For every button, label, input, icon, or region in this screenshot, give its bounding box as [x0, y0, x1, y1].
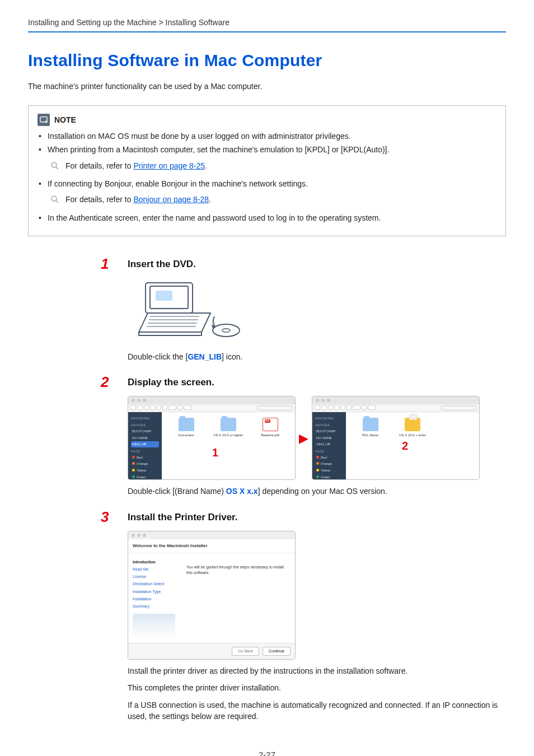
sidebar-tag[interactable]: Red — [315, 455, 343, 461]
note-item: When printing from a Macintosh computer,… — [38, 144, 495, 155]
installer-step-readme: Read Me — [133, 567, 175, 572]
sidebar-tag[interactable]: Green — [315, 474, 343, 480]
note-list: If connecting by Bonjour, enable Bonjour… — [38, 178, 495, 189]
sidebar-devices: DEVICES — [131, 423, 159, 428]
ref-suffix: . — [209, 195, 211, 204]
sidebar-item-bootcamp[interactable]: BOOTCAMP — [131, 428, 159, 435]
sidebar-item-noname[interactable]: NO NAME — [315, 435, 343, 441]
file-document[interactable]: Document — [171, 418, 202, 476]
installer-sidebar: Introduction Read Me License Destination… — [128, 553, 180, 643]
magnifier-icon — [50, 161, 60, 171]
reference-text: For details, refer to Printer on page 8-… — [65, 160, 207, 171]
finder-sidebar: FAVORITES DEVICES BOOTCAMP NO NAME GEN_L… — [312, 412, 346, 479]
sidebar-tag[interactable]: Green — [131, 474, 159, 480]
note-list: In the Authenticate screen, enter the na… — [38, 212, 495, 223]
file-readme-pdf[interactable]: Readme.pdf — [255, 418, 285, 476]
step-number: 2 — [101, 375, 116, 389]
installer-main: You will be guided through the steps nec… — [180, 553, 295, 643]
header-rule — [28, 31, 506, 32]
ref-suffix: . — [205, 161, 207, 170]
step-number: 1 — [101, 256, 116, 271]
sidebar-item-genlib[interactable]: GEN_LIB — [131, 441, 159, 447]
sidebar-favorites: FAVORITES — [315, 416, 343, 421]
callout-1: 1 — [212, 445, 218, 461]
ref-prefix: For details, refer to — [65, 195, 133, 204]
finder-toolbar — [128, 404, 295, 412]
finder-window-2: FAVORITES DEVICES BOOTCAMP NO NAME GEN_L… — [312, 396, 480, 480]
sidebar-item-genlib[interactable]: GEN_LIB — [315, 441, 343, 447]
step-2-instruction: Double-click [(Brand Name) OS X x.x] dep… — [128, 486, 506, 497]
printer-link[interactable]: Printer on page 8-25 — [133, 161, 205, 170]
note-label: NOTE — [54, 114, 76, 125]
step-3-body: Welcome to the Macintosh Installer Intro… — [128, 531, 506, 722]
go-back-button[interactable]: Go Back — [232, 647, 259, 656]
sidebar-tags-head: TAGS — [315, 449, 343, 454]
installer-titlebar — [128, 531, 295, 539]
intro-text: The machine's printer functionality can … — [28, 81, 506, 92]
instr-prefix: Double-click [(Brand Name) — [128, 487, 226, 496]
note-box: NOTE Installation on MAC OS must be done… — [28, 105, 506, 236]
finder-toolbar — [312, 404, 479, 412]
step-1-body: Double-click the [GEN_LIB] icon. — [128, 278, 506, 362]
svg-point-1 — [45, 120, 48, 123]
search-input[interactable] — [441, 405, 477, 410]
finder-content: PDL Setup OS X 10.5 + build 2 — [346, 412, 479, 479]
sidebar-item-bootcamp[interactable]: BOOTCAMP — [315, 428, 343, 435]
svg-rect-6 — [156, 291, 172, 301]
finder-content: Document OS X 10.5 or higher Readme.pdf … — [162, 412, 295, 479]
note-icon — [38, 114, 50, 126]
bonjour-link[interactable]: Bonjour on page 8-28 — [133, 195, 209, 204]
sidebar-tag[interactable]: Orange — [131, 461, 159, 467]
note-heading: NOTE — [38, 114, 495, 126]
step-2-header: 2 Display the screen. — [101, 375, 506, 390]
step-1-header: 1 Insert the DVD. — [101, 256, 506, 272]
magnifier-icon — [50, 194, 60, 204]
reference-row: For details, refer to Printer on page 8-… — [50, 160, 495, 171]
installer-body-text: You will be guided through the steps nec… — [186, 564, 288, 576]
installer-step-license: License — [133, 574, 175, 580]
step-2-body: FAVORITES DEVICES BOOTCAMP NO NAME GEN_L… — [128, 396, 506, 497]
installer-step-destination: Destination Select — [133, 581, 175, 587]
note-item: Installation on MAC OS must be done by a… — [38, 130, 495, 142]
sidebar-tag[interactable]: Yellow — [315, 468, 343, 474]
step-title: Install the Printer Driver. — [128, 511, 238, 525]
installer-art — [133, 614, 175, 638]
sidebar-devices: DEVICES — [315, 423, 343, 428]
step-3-para3: If a USB connection is used, the machine… — [128, 699, 506, 722]
finder-sidebar: FAVORITES DEVICES BOOTCAMP NO NAME GEN_L… — [128, 412, 162, 479]
page-title: Installing Software in Mac Computer — [28, 48, 506, 73]
finder-titlebar — [128, 396, 295, 404]
step-number: 3 — [101, 510, 116, 524]
sidebar-tag[interactable]: Orange — [315, 461, 343, 467]
step-title: Insert the DVD. — [128, 258, 196, 272]
svg-point-2 — [51, 162, 57, 167]
sidebar-item-noname[interactable]: NO NAME — [131, 435, 159, 441]
osx-version-label: OS X x.x — [226, 487, 258, 496]
svg-point-11 — [213, 324, 240, 337]
reference-row: For details, refer to Bonjour on page 8-… — [50, 194, 495, 205]
page-number: 2-27 — [28, 749, 506, 756]
file-pdl-setup[interactable]: PDL Setup — [355, 418, 386, 476]
instr-suffix: ] depending on your Mac OS version. — [258, 487, 387, 496]
sidebar-favorites: FAVORITES — [131, 416, 159, 421]
step-3-header: 3 Install the Printer Driver. — [101, 510, 506, 525]
installer-step-installtype: Installation Type — [133, 589, 175, 595]
search-input[interactable] — [256, 405, 293, 410]
finder-titlebar — [312, 396, 479, 404]
installer-step-summary: Summary — [133, 604, 175, 609]
insert-dvd-illustration — [128, 278, 256, 346]
arrow-icon: ▶ — [299, 430, 308, 447]
continue-button[interactable]: Continue — [263, 647, 291, 656]
finder-windows-row: FAVORITES DEVICES BOOTCAMP NO NAME GEN_L… — [128, 396, 506, 480]
finder-window-1: FAVORITES DEVICES BOOTCAMP NO NAME GEN_L… — [128, 396, 296, 480]
installer-step-introduction: Introduction — [133, 559, 175, 565]
sidebar-tag[interactable]: Yellow — [131, 468, 159, 474]
step-title: Display the screen. — [128, 376, 214, 390]
step-1-instruction: Double-click the [GEN_LIB] icon. — [128, 351, 506, 362]
step-3-para1: Install the printer driver as directed b… — [128, 665, 506, 676]
ref-prefix: For details, refer to — [65, 161, 133, 170]
installer-window: Welcome to the Macintosh Installer Intro… — [128, 531, 296, 660]
breadcrumb: Installing and Setting up the Machine > … — [28, 17, 506, 31]
installer-step-installation: Installation — [133, 596, 175, 602]
sidebar-tag[interactable]: Red — [131, 455, 159, 461]
